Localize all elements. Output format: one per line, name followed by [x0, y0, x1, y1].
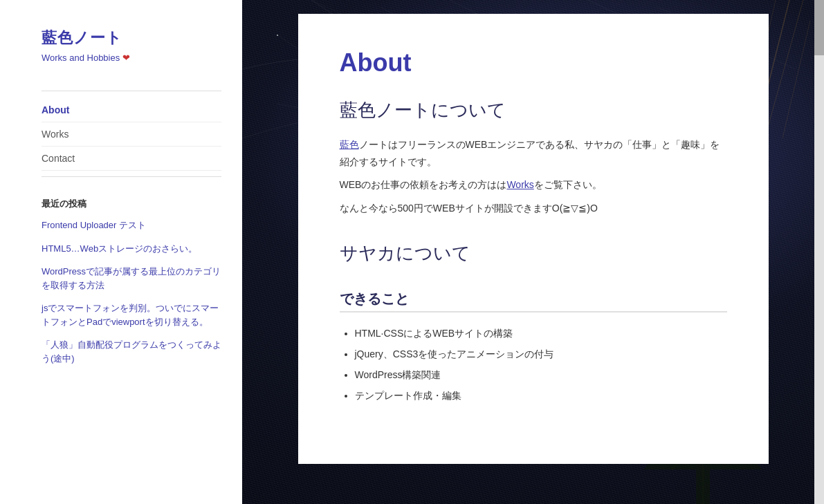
nav-item-about[interactable]: About — [42, 98, 221, 122]
site-tagline: Works and Hobbies ❤ — [42, 53, 221, 63]
recent-posts-list: Frontend Uploader テスト HTML5…Webストレージのおさら… — [42, 218, 221, 365]
post-link-1[interactable]: Frontend Uploader テスト — [42, 220, 146, 230]
post-link-3[interactable]: WordPressで記事が属する最上位のカテゴリを取得する方法 — [42, 266, 221, 290]
nav-item-works[interactable]: Works — [42, 122, 221, 147]
post-item-2[interactable]: HTML5…Webストレージのおさらい。 — [42, 242, 221, 256]
works-link[interactable]: Works — [506, 179, 533, 190]
scrollbar-track[interactable] — [814, 0, 824, 504]
site-title[interactable]: 藍色ノート — [42, 28, 221, 48]
skill-item-1: HTML·CSSによるWEBサイトの構築 — [355, 324, 727, 343]
about-author-section: サヤカについて — [340, 241, 727, 265]
nav-divider-top — [42, 91, 221, 91]
recent-posts-label: 最近の投稿 — [42, 198, 221, 210]
inline-link-text: 藍色 — [340, 139, 359, 150]
page-wrapper: 藍色ノート Works and Hobbies ❤ About Works Co… — [0, 0, 824, 504]
skills-heading: できること — [340, 290, 727, 312]
nav-divider-bottom — [42, 176, 221, 177]
skill-item-2: jQuery、CSS3を使ったアニメーションの付与 — [355, 344, 727, 364]
skills-list: HTML·CSSによるWEBサイトの構築 jQuery、CSS3を使ったアニメー… — [340, 324, 727, 405]
post-link-2[interactable]: HTML5…Webストレージのおさらい。 — [42, 243, 197, 254]
nav-item-contact[interactable]: Contact — [42, 147, 221, 171]
about-site-section: 藍色ノートについて 藍色ノートはフリーランスのWEBエンジニアである私、サヤカの… — [340, 98, 727, 217]
about-para-3: なんと今なら500円でWEBサイトが開設できますO(≧▽≦)O — [340, 200, 727, 217]
scrollbar-thumb[interactable] — [814, 0, 824, 55]
post-link-5[interactable]: 「人狼」自動配役プログラムをつくってみよう(途中) — [42, 339, 221, 364]
nav-link-about[interactable]: About — [42, 104, 69, 115]
heart-icon: ❤ — [122, 53, 130, 63]
page-title: About — [340, 48, 727, 77]
nav-link-contact[interactable]: Contact — [42, 153, 75, 164]
skill-item-3: WordPress構築関連 — [355, 365, 727, 384]
site-about-heading: 藍色ノートについて — [340, 98, 727, 122]
post-item-1[interactable]: Frontend Uploader テスト — [42, 218, 221, 232]
skills-section: できること HTML·CSSによるWEBサイトの構築 jQuery、CSS3を使… — [340, 290, 727, 405]
about-para-1: 藍色ノートはフリーランスのWEBエンジニアである私、サヤカの「仕事」と「趣味」を… — [340, 136, 727, 171]
post-item-5[interactable]: 「人狼」自動配役プログラムをつくってみよう(途中) — [42, 338, 221, 365]
main-content-area: About 藍色ノートについて 藍色ノートはフリーランスのWEBエンジニアである… — [242, 0, 824, 504]
content-card: About 藍色ノートについて 藍色ノートはフリーランスのWEBエンジニアである… — [298, 14, 769, 464]
about-para-2: WEBのお仕事の依頼をお考えの方ははWorksをご覧下さい。 — [340, 176, 727, 194]
post-item-3[interactable]: WordPressで記事が属する最上位のカテゴリを取得する方法 — [42, 265, 221, 292]
nav-link-works[interactable]: Works — [42, 129, 68, 140]
skill-item-4: テンプレート作成・編集 — [355, 386, 727, 405]
author-heading: サヤカについて — [340, 241, 727, 265]
navigation: About Works Contact — [42, 98, 221, 171]
sidebar: 藍色ノート Works and Hobbies ❤ About Works Co… — [0, 0, 242, 504]
post-link-4[interactable]: jsでスマートフォンを判別。ついでにスマートフォンとPadでviewportを切… — [42, 303, 219, 327]
post-item-4[interactable]: jsでスマートフォンを判別。ついでにスマートフォンとPadでviewportを切… — [42, 301, 221, 328]
